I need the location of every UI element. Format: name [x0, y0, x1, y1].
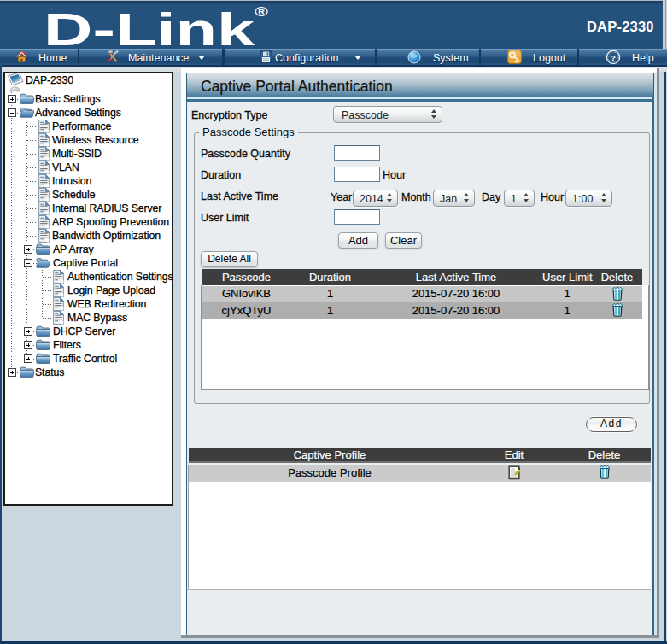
svg-text:?: ? [611, 53, 616, 62]
